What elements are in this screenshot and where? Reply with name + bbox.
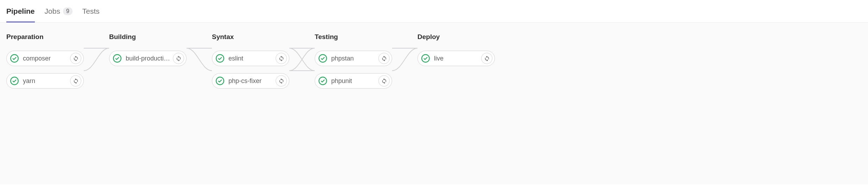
status-passed-icon bbox=[10, 53, 19, 63]
tab-jobs[interactable]: Jobs 9 bbox=[45, 0, 73, 22]
status-passed-icon bbox=[112, 53, 122, 63]
job-composer[interactable]: composer bbox=[6, 51, 84, 66]
job-phpstan[interactable]: phpstan bbox=[315, 51, 392, 66]
svg-point-7 bbox=[422, 55, 429, 62]
svg-point-5 bbox=[319, 55, 327, 62]
svg-point-6 bbox=[319, 77, 327, 85]
stages-row: Preparation composer yarn bbox=[6, 33, 862, 96]
svg-point-3 bbox=[216, 55, 224, 62]
job-name: build-productio… bbox=[126, 55, 173, 62]
stage-title: Syntax bbox=[212, 33, 289, 41]
stage-testing: Testing phpstan phpunit bbox=[315, 33, 392, 96]
status-passed-icon bbox=[215, 53, 225, 63]
retry-button[interactable] bbox=[276, 75, 287, 87]
tab-tests[interactable]: Tests bbox=[82, 0, 100, 22]
tab-tests-label: Tests bbox=[82, 7, 100, 15]
stage-title: Preparation bbox=[6, 33, 84, 41]
job-name: live bbox=[434, 55, 481, 62]
job-name: phpunit bbox=[331, 77, 378, 85]
job-php-cs-fixer[interactable]: php-cs-fixer bbox=[212, 73, 289, 89]
svg-point-1 bbox=[11, 77, 18, 85]
retry-button[interactable] bbox=[481, 53, 492, 64]
job-build-production[interactable]: build-productio… bbox=[109, 51, 187, 66]
job-yarn[interactable]: yarn bbox=[6, 73, 84, 89]
tab-jobs-label: Jobs bbox=[45, 7, 60, 15]
job-name: phpstan bbox=[331, 55, 378, 62]
status-passed-icon bbox=[318, 53, 328, 63]
job-live[interactable]: live bbox=[417, 51, 495, 66]
stage-title: Building bbox=[109, 33, 187, 41]
stage-title: Deploy bbox=[417, 33, 495, 41]
svg-point-0 bbox=[11, 55, 18, 62]
jobs-count-badge: 9 bbox=[63, 7, 73, 15]
status-passed-icon bbox=[318, 76, 328, 86]
stage-preparation: Preparation composer yarn bbox=[6, 33, 84, 96]
job-eslint[interactable]: eslint bbox=[212, 51, 289, 66]
svg-point-4 bbox=[216, 77, 224, 85]
tab-pipeline[interactable]: Pipeline bbox=[6, 0, 35, 22]
stage-deploy: Deploy live bbox=[417, 33, 495, 96]
tab-pipeline-label: Pipeline bbox=[6, 7, 35, 15]
job-name: composer bbox=[23, 55, 70, 62]
status-passed-icon bbox=[421, 53, 430, 63]
stage-title: Testing bbox=[315, 33, 392, 41]
retry-button[interactable] bbox=[378, 53, 390, 64]
stage-building: Building build-productio… bbox=[109, 33, 187, 96]
job-name: yarn bbox=[23, 77, 70, 85]
retry-button[interactable] bbox=[378, 75, 390, 87]
retry-button[interactable] bbox=[70, 53, 81, 64]
pipeline-tabs: Pipeline Jobs 9 Tests bbox=[0, 0, 868, 23]
job-name: eslint bbox=[228, 55, 276, 62]
retry-button[interactable] bbox=[173, 53, 184, 64]
status-passed-icon bbox=[215, 76, 225, 86]
job-phpunit[interactable]: phpunit bbox=[315, 73, 392, 89]
retry-button[interactable] bbox=[70, 75, 81, 87]
status-passed-icon bbox=[10, 76, 19, 86]
job-name: php-cs-fixer bbox=[228, 77, 276, 85]
pipeline-graph: Preparation composer yarn bbox=[0, 23, 868, 184]
svg-point-2 bbox=[113, 55, 121, 62]
stage-syntax: Syntax eslint php-cs-fixer bbox=[212, 33, 289, 96]
retry-button[interactable] bbox=[276, 53, 287, 64]
